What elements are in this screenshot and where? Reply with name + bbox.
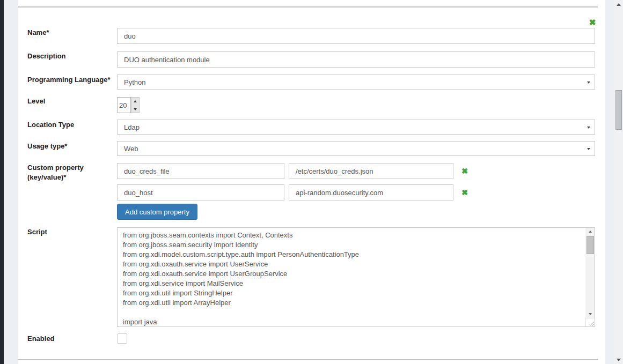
scroll-down-icon[interactable] <box>614 355 623 364</box>
dark-sidebar-edge <box>0 0 4 364</box>
resize-grip-icon[interactable] <box>585 318 595 326</box>
level-spinner[interactable] <box>117 97 139 113</box>
remove-property-icon[interactable]: ✖ <box>460 188 469 197</box>
description-input[interactable] <box>117 51 595 68</box>
script-scrollbar-thumb[interactable] <box>587 236 594 254</box>
custom-property-value-input[interactable] <box>289 184 453 200</box>
bottom-divider <box>18 359 598 360</box>
usage-type-select[interactable]: Web <box>117 141 595 156</box>
custom-property-label-line2: (key/value)* <box>27 173 66 181</box>
custom-property-value-input[interactable] <box>289 163 453 179</box>
chevron-down-icon <box>587 81 590 84</box>
page-scrollbar-thumb[interactable] <box>615 90 622 130</box>
custom-property-key-input[interactable] <box>117 163 284 179</box>
page-scrollbar[interactable] <box>614 0 623 364</box>
location-type-select[interactable]: Ldap <box>117 120 595 135</box>
script-label: Script <box>27 228 47 236</box>
scroll-up-icon[interactable] <box>585 228 595 235</box>
scroll-down-icon[interactable] <box>585 310 595 318</box>
location-type-value: Ldap <box>124 123 140 131</box>
name-input[interactable] <box>117 28 595 44</box>
spinner-down-icon[interactable] <box>131 106 139 113</box>
enabled-label: Enabled <box>27 335 55 343</box>
script-editor[interactable]: from org.jboss.seam.contexts import Cont… <box>117 227 595 327</box>
chevron-down-icon <box>587 148 590 150</box>
level-input[interactable] <box>117 97 131 113</box>
programming-language-value: Python <box>124 78 145 86</box>
add-custom-property-button[interactable]: Add custom property <box>117 204 197 220</box>
usage-type-value: Web <box>124 145 138 153</box>
custom-property-key-input[interactable] <box>117 184 284 200</box>
top-divider <box>18 6 598 8</box>
level-spinner-buttons <box>131 97 140 113</box>
name-label: Name* <box>27 28 49 36</box>
close-icon[interactable]: ✖ <box>588 18 597 27</box>
script-scrollbar[interactable] <box>585 228 595 318</box>
chevron-down-icon <box>587 127 590 129</box>
level-label: Level <box>27 97 45 105</box>
left-gutter <box>4 0 18 364</box>
spinner-up-icon[interactable] <box>131 98 139 105</box>
custom-property-label-line1: Custom property <box>27 164 84 172</box>
location-type-label: Location Type <box>27 121 74 129</box>
script-content[interactable]: from org.jboss.seam.contexts import Cont… <box>118 228 585 326</box>
programming-language-label: Programming Language* <box>27 76 111 84</box>
enabled-checkbox[interactable] <box>117 333 127 344</box>
usage-type-label: Usage type* <box>27 142 67 150</box>
description-label: Description <box>27 52 66 60</box>
remove-property-icon[interactable]: ✖ <box>460 167 469 175</box>
scroll-up-icon[interactable] <box>614 0 623 9</box>
programming-language-select[interactable]: Python <box>117 75 595 90</box>
right-gutter <box>605 0 614 364</box>
